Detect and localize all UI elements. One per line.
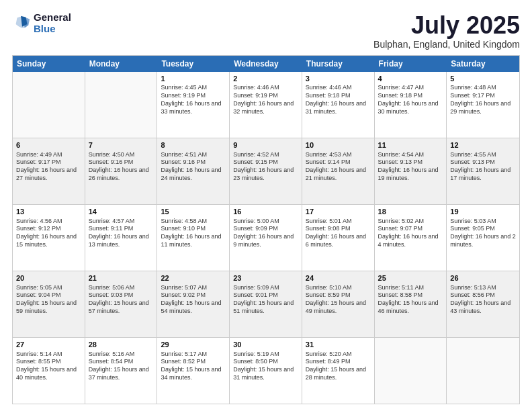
calendar-cell: 20Sunrise: 5:05 AM Sunset: 9:04 PM Dayli… (13, 271, 85, 337)
title-section: July 2025 Bulphan, England, United Kingd… (373, 12, 520, 50)
calendar-cell (375, 338, 447, 404)
day-info: Sunrise: 4:58 AM Sunset: 9:10 PM Dayligh… (161, 218, 226, 249)
day-number: 29 (161, 340, 226, 350)
day-info: Sunrise: 5:03 AM Sunset: 9:05 PM Dayligh… (450, 218, 516, 249)
logo-blue-text: Blue (34, 24, 71, 35)
day-info: Sunrise: 5:20 AM Sunset: 8:49 PM Dayligh… (306, 351, 371, 382)
day-info: Sunrise: 5:13 AM Sunset: 8:56 PM Dayligh… (450, 284, 516, 316)
day-info: Sunrise: 4:51 AM Sunset: 9:16 PM Dayligh… (161, 151, 226, 183)
day-number: 17 (306, 207, 371, 217)
day-number: 19 (450, 207, 516, 217)
day-number: 18 (378, 207, 443, 217)
header-wednesday: Wednesday (230, 56, 302, 72)
calendar-cell: 2Sunrise: 4:46 AM Sunset: 9:19 PM Daylig… (230, 72, 302, 138)
calendar-cell: 16Sunrise: 5:00 AM Sunset: 9:09 PM Dayli… (230, 205, 302, 271)
day-number: 15 (161, 207, 226, 217)
logo: General Blue (12, 12, 71, 34)
day-info: Sunrise: 5:09 AM Sunset: 9:01 PM Dayligh… (233, 284, 298, 316)
day-info: Sunrise: 5:00 AM Sunset: 9:09 PM Dayligh… (233, 218, 298, 249)
day-number: 2 (233, 74, 298, 84)
day-number: 1 (161, 74, 226, 84)
calendar-cell: 24Sunrise: 5:10 AM Sunset: 8:59 PM Dayli… (302, 271, 375, 337)
calendar-cell: 14Sunrise: 4:57 AM Sunset: 9:11 PM Dayli… (85, 205, 158, 271)
calendar-cell: 18Sunrise: 5:02 AM Sunset: 9:07 PM Dayli… (375, 205, 447, 271)
day-number: 5 (450, 74, 516, 84)
day-info: Sunrise: 5:19 AM Sunset: 8:50 PM Dayligh… (233, 351, 298, 382)
calendar-cell: 28Sunrise: 5:16 AM Sunset: 8:54 PM Dayli… (85, 338, 158, 404)
calendar-cell (85, 72, 158, 138)
day-info: Sunrise: 4:57 AM Sunset: 9:11 PM Dayligh… (89, 218, 154, 249)
calendar-cell: 31Sunrise: 5:20 AM Sunset: 8:49 PM Dayli… (302, 338, 375, 404)
day-info: Sunrise: 5:02 AM Sunset: 9:07 PM Dayligh… (378, 218, 443, 249)
logo-icon (12, 14, 31, 33)
header-thursday: Thursday (302, 56, 375, 72)
day-info: Sunrise: 4:56 AM Sunset: 9:12 PM Dayligh… (16, 218, 81, 249)
calendar-cell: 5Sunrise: 4:48 AM Sunset: 9:17 PM Daylig… (447, 72, 519, 138)
day-info: Sunrise: 4:45 AM Sunset: 9:19 PM Dayligh… (161, 84, 226, 116)
day-info: Sunrise: 4:48 AM Sunset: 9:17 PM Dayligh… (450, 84, 516, 116)
day-number: 3 (306, 74, 371, 84)
day-info: Sunrise: 5:06 AM Sunset: 9:03 PM Dayligh… (89, 284, 154, 316)
day-info: Sunrise: 4:46 AM Sunset: 9:19 PM Dayligh… (233, 84, 298, 116)
calendar-cell: 23Sunrise: 5:09 AM Sunset: 9:01 PM Dayli… (230, 271, 302, 337)
calendar-cell: 7Sunrise: 4:50 AM Sunset: 9:16 PM Daylig… (85, 138, 158, 204)
calendar-header: Sunday Monday Tuesday Wednesday Thursday… (13, 56, 519, 72)
page: General Blue July 2025 Bulphan, England,… (0, 0, 532, 411)
header-sunday: Sunday (13, 56, 85, 72)
logo-general-text: General (34, 12, 71, 24)
calendar-cell: 22Sunrise: 5:07 AM Sunset: 9:02 PM Dayli… (157, 271, 230, 337)
day-number: 7 (89, 140, 154, 150)
calendar-cell: 21Sunrise: 5:06 AM Sunset: 9:03 PM Dayli… (85, 271, 158, 337)
calendar-cell: 25Sunrise: 5:11 AM Sunset: 8:58 PM Dayli… (375, 271, 447, 337)
main-title: July 2025 (373, 12, 520, 39)
day-info: Sunrise: 5:01 AM Sunset: 9:08 PM Dayligh… (306, 218, 371, 249)
calendar-row-2: 6Sunrise: 4:49 AM Sunset: 9:17 PM Daylig… (13, 138, 519, 205)
day-number: 4 (378, 74, 443, 84)
day-info: Sunrise: 5:16 AM Sunset: 8:54 PM Dayligh… (89, 351, 154, 382)
day-number: 6 (16, 140, 81, 150)
day-number: 13 (16, 207, 81, 217)
calendar-body: 1Sunrise: 4:45 AM Sunset: 9:19 PM Daylig… (13, 72, 519, 404)
calendar-cell: 11Sunrise: 4:54 AM Sunset: 9:13 PM Dayli… (375, 138, 447, 204)
day-info: Sunrise: 4:49 AM Sunset: 9:17 PM Dayligh… (16, 151, 81, 183)
day-info: Sunrise: 5:07 AM Sunset: 9:02 PM Dayligh… (161, 284, 226, 316)
logo-text: General Blue (34, 12, 71, 34)
calendar-cell: 17Sunrise: 5:01 AM Sunset: 9:08 PM Dayli… (302, 205, 375, 271)
calendar-cell: 4Sunrise: 4:47 AM Sunset: 9:18 PM Daylig… (375, 72, 447, 138)
calendar-cell: 19Sunrise: 5:03 AM Sunset: 9:05 PM Dayli… (447, 205, 519, 271)
day-number: 30 (233, 340, 298, 350)
calendar-cell: 1Sunrise: 4:45 AM Sunset: 9:19 PM Daylig… (157, 72, 230, 138)
day-number: 28 (89, 340, 154, 350)
calendar-cell: 13Sunrise: 4:56 AM Sunset: 9:12 PM Dayli… (13, 205, 85, 271)
day-number: 27 (16, 340, 81, 350)
calendar-cell: 26Sunrise: 5:13 AM Sunset: 8:56 PM Dayli… (447, 271, 519, 337)
calendar-cell: 3Sunrise: 4:46 AM Sunset: 9:18 PM Daylig… (302, 72, 375, 138)
calendar-cell: 9Sunrise: 4:52 AM Sunset: 9:15 PM Daylig… (230, 138, 302, 204)
calendar-cell: 12Sunrise: 4:55 AM Sunset: 9:13 PM Dayli… (447, 138, 519, 204)
calendar-cell: 6Sunrise: 4:49 AM Sunset: 9:17 PM Daylig… (13, 138, 85, 204)
header-monday: Monday (85, 56, 158, 72)
day-info: Sunrise: 4:53 AM Sunset: 9:14 PM Dayligh… (306, 151, 371, 183)
day-number: 22 (161, 273, 226, 283)
day-number: 11 (378, 140, 443, 150)
day-number: 24 (306, 273, 371, 283)
calendar-cell (447, 338, 519, 404)
calendar-row-4: 20Sunrise: 5:05 AM Sunset: 9:04 PM Dayli… (13, 271, 519, 338)
day-number: 23 (233, 273, 298, 283)
day-number: 26 (450, 273, 516, 283)
calendar-row-3: 13Sunrise: 4:56 AM Sunset: 9:12 PM Dayli… (13, 205, 519, 271)
day-number: 25 (378, 273, 443, 283)
calendar-cell (13, 72, 85, 138)
day-number: 16 (233, 207, 298, 217)
calendar-cell: 29Sunrise: 5:17 AM Sunset: 8:52 PM Dayli… (157, 338, 230, 404)
day-info: Sunrise: 4:46 AM Sunset: 9:18 PM Dayligh… (306, 84, 371, 116)
header: General Blue July 2025 Bulphan, England,… (12, 12, 520, 50)
day-info: Sunrise: 4:47 AM Sunset: 9:18 PM Dayligh… (378, 84, 443, 116)
day-info: Sunrise: 5:14 AM Sunset: 8:55 PM Dayligh… (16, 351, 81, 382)
day-info: Sunrise: 5:11 AM Sunset: 8:58 PM Dayligh… (378, 284, 443, 316)
day-number: 9 (233, 140, 298, 150)
header-friday: Friday (375, 56, 447, 72)
day-number: 12 (450, 140, 516, 150)
day-number: 31 (306, 340, 371, 350)
calendar-cell: 30Sunrise: 5:19 AM Sunset: 8:50 PM Dayli… (230, 338, 302, 404)
